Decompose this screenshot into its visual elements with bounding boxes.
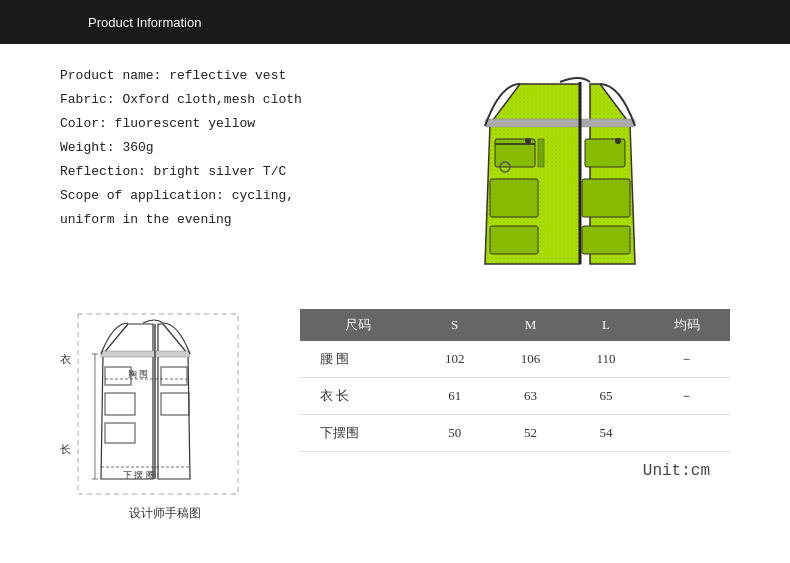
- svg-text:下 摆 圈: 下 摆 圈: [123, 470, 155, 480]
- header-bar: Product Information: [0, 0, 790, 44]
- cell-s: 102: [417, 341, 493, 378]
- svg-rect-6: [490, 226, 538, 254]
- svg-rect-8: [582, 179, 630, 217]
- table-header-row: 尺码 S M L 均码: [300, 309, 730, 341]
- col-header-name: 尺码: [300, 309, 417, 341]
- svg-text:胸 围: 胸 围: [128, 369, 148, 379]
- product-scope2: uniform in the evening: [60, 208, 430, 232]
- col-header-s: S: [417, 309, 493, 341]
- bottom-section: 衣 长: [60, 309, 730, 522]
- cell-avg: [644, 415, 730, 452]
- cell-name: 腰 围: [300, 341, 417, 378]
- svg-point-10: [525, 138, 531, 144]
- product-reflection: Reflection: bright silver T/C: [60, 160, 430, 184]
- col-header-l: L: [568, 309, 643, 341]
- table-row: 下摆围 50 52 54: [300, 415, 730, 452]
- svg-rect-21: [161, 393, 189, 415]
- sketch-svg: 胸 围 下 摆 圈: [73, 309, 243, 499]
- vest-image: [470, 64, 710, 284]
- product-info: Product name: reflective vest Fabric: Ox…: [60, 64, 430, 284]
- cell-name: 下摆围: [300, 415, 417, 452]
- cell-m: 106: [493, 341, 569, 378]
- svg-rect-1: [485, 119, 635, 127]
- size-table: 尺码 S M L 均码 腰 围 102 106 110 － 衣 长 61 63 …: [300, 309, 730, 452]
- table-row: 腰 围 102 106 110 －: [300, 341, 730, 378]
- col-header-m: M: [493, 309, 569, 341]
- unit-text: Unit:cm: [300, 462, 730, 480]
- sketch-area: 衣 长: [60, 309, 270, 522]
- cell-l: 110: [568, 341, 643, 378]
- cell-m: 52: [493, 415, 569, 452]
- product-color: Color: fluorescent yellow: [60, 112, 430, 136]
- cell-avg: －: [644, 341, 730, 378]
- cell-avg: －: [644, 378, 730, 415]
- cell-s: 61: [417, 378, 493, 415]
- left-label-bottom: 长: [60, 442, 71, 456]
- sketch-wrapper: 衣 长: [60, 309, 270, 499]
- cell-l: 65: [568, 378, 643, 415]
- cell-s: 50: [417, 415, 493, 452]
- svg-rect-18: [105, 393, 135, 415]
- cell-name: 衣 长: [300, 378, 417, 415]
- svg-rect-5: [490, 179, 538, 217]
- col-header-avg: 均码: [644, 309, 730, 341]
- cell-l: 54: [568, 415, 643, 452]
- product-fabric: Fabric: Oxford cloth,mesh cloth: [60, 88, 430, 112]
- table-area: 尺码 S M L 均码 腰 围 102 106 110 － 衣 长 61 63 …: [280, 309, 730, 522]
- cell-m: 63: [493, 378, 569, 415]
- svg-rect-20: [161, 367, 187, 385]
- product-scope1: Scope of application: cycling,: [60, 184, 430, 208]
- svg-rect-9: [582, 226, 630, 254]
- svg-point-11: [615, 138, 621, 144]
- sketch-caption: 设计师手稿图: [129, 505, 201, 522]
- svg-rect-13: [538, 139, 544, 167]
- left-label-top: 衣: [60, 352, 71, 366]
- product-weight: Weight: 360g: [60, 136, 430, 160]
- svg-rect-15: [101, 351, 190, 357]
- svg-rect-19: [105, 423, 135, 443]
- product-image-area: [450, 64, 730, 284]
- product-name: Product name: reflective vest: [60, 64, 430, 88]
- table-row: 衣 长 61 63 65 －: [300, 378, 730, 415]
- size-table-body: 腰 围 102 106 110 － 衣 长 61 63 65 － 下摆围 50 …: [300, 341, 730, 452]
- top-section: Product name: reflective vest Fabric: Ox…: [60, 64, 730, 284]
- main-content: Product name: reflective vest Fabric: Ox…: [0, 44, 790, 532]
- left-label-col: 衣 长: [60, 314, 71, 494]
- header-title: Product Information: [88, 15, 201, 30]
